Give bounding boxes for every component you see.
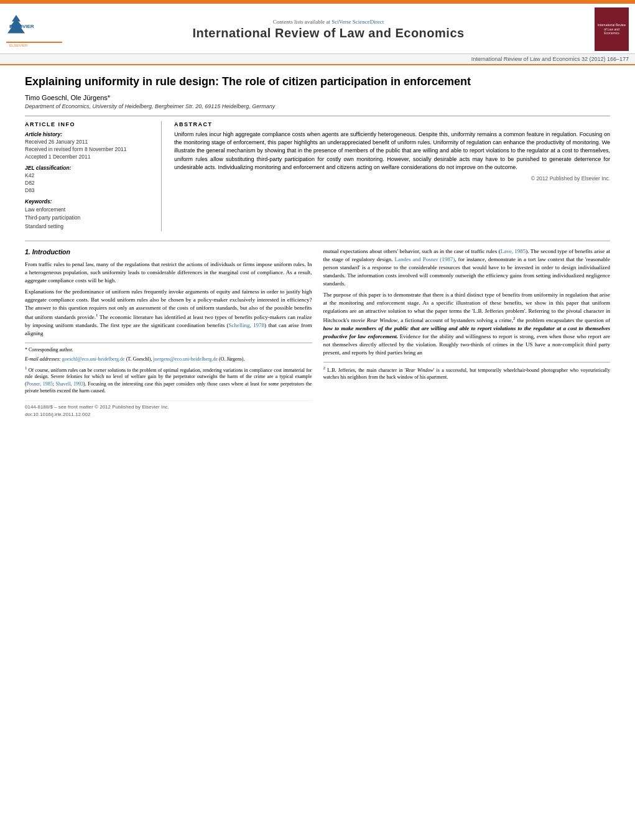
journal-cover: International Review of Law and Economic… bbox=[595, 7, 629, 51]
email-juergens[interactable]: juergens@eco.uni-heidelberg.de bbox=[154, 356, 218, 362]
footnote-email: E-mail addresses: goeschl@eco.uni-heidel… bbox=[25, 356, 312, 362]
journal-title: International Review of Law and Economic… bbox=[68, 26, 588, 40]
footnote-corresponding: * Corresponding author. bbox=[25, 346, 312, 353]
keyword-3: Standard setting bbox=[25, 223, 152, 231]
footnotes-left: * Corresponding author. E-mail addresses… bbox=[25, 343, 312, 394]
main-content: Explaining uniformity in rule design: Th… bbox=[0, 65, 635, 430]
keyword-1: Law enforcement bbox=[25, 206, 152, 215]
authors: Timo Goeschl, Ole Jürgens* bbox=[25, 94, 610, 101]
body-columns: 1. Introduction From traffic rules to pe… bbox=[25, 247, 610, 418]
citation-text: International Review of Law and Economic… bbox=[471, 56, 629, 62]
key-question: how to make members of the public that a… bbox=[323, 325, 611, 339]
left-body-col: 1. Introduction From traffic rules to pe… bbox=[25, 247, 312, 418]
jel-label: JEL classification: bbox=[25, 165, 152, 171]
footnote-2: 2 L.B. Jefferies, the main character in … bbox=[323, 366, 611, 381]
keyword-2: Third-party participation bbox=[25, 214, 152, 223]
sciverse-link-anchor[interactable]: SciVerse ScienceDirect bbox=[331, 19, 384, 25]
footnote-1: 1 Of course, uniform rules can be corner… bbox=[25, 366, 312, 394]
jel-d83: D83 bbox=[25, 187, 152, 195]
email-goeschl[interactable]: goeschl@eco.uni-heidelberg.de bbox=[62, 356, 125, 362]
landes-posner-link[interactable]: Landes and Posner (1987) bbox=[395, 256, 455, 262]
journal-header: ELSEVIER ELSEVIER Contents lists availab… bbox=[0, 4, 635, 54]
footnotes-right: 2 L.B. Jefferies, the main character in … bbox=[323, 362, 611, 381]
abstract-label: ABSTRACT bbox=[174, 121, 610, 127]
article-title: Explaining uniformity in rule design: Th… bbox=[25, 75, 610, 89]
article-history-label: Article history: bbox=[25, 131, 152, 137]
abstract-text: Uniform rules incur high aggregate compl… bbox=[174, 131, 610, 171]
section1-heading: 1. Introduction bbox=[25, 247, 312, 257]
intro-para-1: From traffic rules to penal law, many of… bbox=[25, 261, 312, 285]
svg-text:ELSEVIER: ELSEVIER bbox=[9, 44, 28, 47]
author-names: Timo Goeschl, Ole Jürgens* bbox=[25, 94, 110, 101]
section-divider bbox=[25, 241, 610, 241]
schelling-link[interactable]: Schelling, 1978 bbox=[229, 322, 265, 328]
article-info-abstract: ARTICLE INFO Article history: Received 2… bbox=[25, 116, 610, 231]
received-revised-date: Received in revised form 8 November 2011 bbox=[25, 146, 152, 154]
right-para-2: The purpose of this paper is to demonstr… bbox=[323, 291, 611, 357]
jel-d82: D82 bbox=[25, 180, 152, 187]
citation-bar: International Review of Law and Economic… bbox=[0, 54, 635, 65]
article-info: ARTICLE INFO Article history: Received 2… bbox=[25, 121, 162, 231]
copyright: © 2012 Published by Elsevier Inc. bbox=[174, 175, 610, 182]
abstract-col: ABSTRACT Uniform rules incur high aggreg… bbox=[174, 121, 610, 231]
posner-link[interactable]: Posner, 1985 bbox=[27, 381, 53, 387]
received-date: Received 26 January 2011 bbox=[25, 139, 152, 146]
svg-rect-3 bbox=[6, 42, 62, 43]
intro-para-2: Explanations for the predominance of uni… bbox=[25, 288, 312, 338]
accepted-date: Accepted 1 December 2011 bbox=[25, 154, 152, 161]
lave-link[interactable]: Lave, 1985 bbox=[501, 248, 526, 254]
bottom-citation: 0144-8188/$ – see front matter © 2012 Pu… bbox=[25, 400, 312, 418]
keywords-label: Keywords: bbox=[25, 198, 152, 205]
journal-cover-text: International Review of Law and Economic… bbox=[596, 23, 627, 35]
jel-k42: K42 bbox=[25, 172, 152, 180]
article-info-label: ARTICLE INFO bbox=[25, 121, 152, 127]
right-para-1: mutual expectations about others' behavi… bbox=[323, 247, 611, 288]
journal-center: Contents lists available at SciVerse Sci… bbox=[68, 19, 588, 40]
right-body-col: mutual expectations about others' behavi… bbox=[323, 247, 611, 418]
elsevier-logo: ELSEVIER ELSEVIER bbox=[6, 11, 62, 48]
sciverse-link: Contents lists available at SciVerse Sci… bbox=[68, 19, 588, 25]
contents-text: Contents lists available at bbox=[273, 19, 330, 25]
affiliation: Department of Economics, University of H… bbox=[25, 103, 610, 109]
shavell-link[interactable]: Shavell, 1993 bbox=[56, 381, 84, 387]
